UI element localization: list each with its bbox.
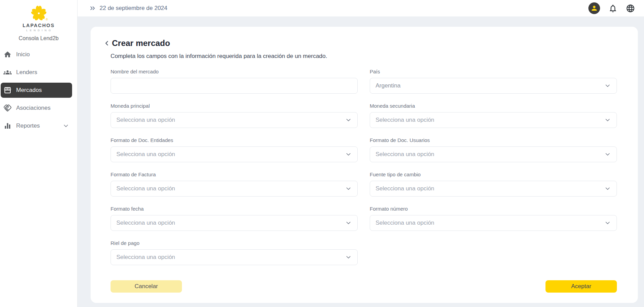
handshake-icon <box>3 104 12 112</box>
select-value: Selecciona una opción <box>116 185 175 192</box>
card-header: Crear mercado <box>103 38 617 48</box>
field-label: Riel de pago <box>111 240 358 246</box>
language-globe-icon[interactable] <box>626 4 635 13</box>
lapachos-flower-icon <box>30 4 48 22</box>
form-field-number-format: Formato númeroSelecciona una opción <box>370 206 617 231</box>
topbar: 22 de septiembre de 2024 <box>78 0 644 16</box>
chevron-down-icon <box>604 82 611 89</box>
back-button[interactable] <box>103 39 111 47</box>
form-field-payment-rail: Riel de pagoSelecciona una opción <box>111 240 358 265</box>
market-name-input[interactable] <box>111 78 358 94</box>
country-select[interactable]: Argentina <box>370 78 617 94</box>
current-date: 22 de septiembre de 2024 <box>100 5 168 12</box>
accept-button[interactable]: Aceptar <box>545 280 617 293</box>
form-field-country: PaísArgentina <box>370 69 617 94</box>
market-form: Nombre del mercadoPaísArgentinaMoneda pr… <box>111 69 617 265</box>
user-doc-format-select[interactable]: Selecciona una opción <box>370 146 617 162</box>
chevron-down-icon <box>345 151 352 158</box>
sidebar: ® LAPACHOS LENDING Consola Lend2b Inicio… <box>0 0 78 307</box>
field-label: Fuente tipo de cambio <box>370 172 617 177</box>
sidebar-item-label: Asociaciones <box>16 105 50 111</box>
entity-doc-format-select[interactable]: Selecciona una opción <box>111 146 358 162</box>
select-value: Selecciona una opción <box>376 151 434 158</box>
exchange-rate-source-select[interactable]: Selecciona una opción <box>370 181 617 197</box>
chevron-down-icon <box>345 185 352 192</box>
storefront-icon <box>3 86 12 94</box>
topbar-actions <box>588 2 635 14</box>
select-value: Selecciona una opción <box>116 151 175 158</box>
primary-currency-select[interactable]: Selecciona una opción <box>111 112 358 128</box>
form-field-exchange-rate-source: Fuente tipo de cambioSelecciona una opci… <box>370 172 617 197</box>
sidebar-item-inicio[interactable]: Inicio <box>1 47 72 62</box>
number-format-select[interactable]: Selecciona una opción <box>370 215 617 231</box>
brand-tagline: LENDING <box>0 29 77 32</box>
field-label: País <box>370 69 617 74</box>
sidebar-item-label: Lenders <box>16 69 37 76</box>
chevron-down-icon <box>345 117 352 123</box>
registered-trademark: ® <box>46 18 48 21</box>
page-title: Crear mercado <box>112 38 170 48</box>
double-chevron-right-icon[interactable] <box>89 4 96 12</box>
form-field-entity-doc-format: Formato de Doc. EntidadesSelecciona una … <box>111 137 358 162</box>
field-label: Formato de Doc. Usuarios <box>370 137 617 143</box>
main-area: 22 de septiembre de 2024 Cr <box>78 0 644 307</box>
select-value: Selecciona una opción <box>116 220 175 226</box>
form-field-invoice-format: Formato de FacturaSelecciona una opción <box>111 172 358 197</box>
field-label: Formato fecha <box>111 206 358 212</box>
chevron-down-icon <box>604 220 611 226</box>
content-area: Crear mercado Completa los campos con la… <box>78 16 644 307</box>
logo: ® LAPACHOS LENDING Consola Lend2b <box>0 0 77 42</box>
chevron-down-icon <box>604 185 611 192</box>
form-actions: Cancelar Aceptar <box>111 280 617 293</box>
brand-name: LAPACHOS <box>0 23 77 28</box>
sidebar-item-asociaciones[interactable]: Asociaciones <box>1 101 72 116</box>
console-label: Consola Lend2b <box>0 35 77 42</box>
user-avatar-button[interactable] <box>588 2 600 14</box>
select-value: Selecciona una opción <box>376 220 434 226</box>
date-format-select[interactable]: Selecciona una opción <box>111 215 358 231</box>
field-label: Moneda secundaria <box>370 103 617 109</box>
field-label: Formato de Doc. Entidades <box>111 137 358 143</box>
sidebar-item-mercados[interactable]: Mercados <box>1 83 72 98</box>
sidebar-item-lenders[interactable]: Lenders <box>1 65 72 80</box>
sidebar-item-label: Reportes <box>16 122 40 129</box>
chevron-down-icon <box>345 254 352 261</box>
page-subtitle: Completa los campos con la información r… <box>111 53 617 60</box>
select-value: Argentina <box>376 82 401 89</box>
chevron-down-icon <box>604 151 611 158</box>
payment-rail-select[interactable]: Selecciona una opción <box>111 249 358 265</box>
sidebar-item-label: Mercados <box>16 87 42 94</box>
home-icon <box>3 50 12 59</box>
secondary-currency-select[interactable]: Selecciona una opción <box>370 112 617 128</box>
select-value: Selecciona una opción <box>376 185 434 192</box>
chevron-down-icon <box>345 220 352 226</box>
notifications-bell-icon[interactable] <box>608 4 618 13</box>
users-icon <box>3 68 12 76</box>
field-label: Moneda principal <box>111 103 358 109</box>
field-label: Formato de Factura <box>111 172 358 177</box>
app-root: ® LAPACHOS LENDING Consola Lend2b Inicio… <box>0 0 644 307</box>
field-label: Formato número <box>370 206 617 212</box>
person-icon <box>590 4 598 12</box>
form-field-date-format: Formato fechaSelecciona una opción <box>111 206 358 231</box>
chevron-down-icon <box>604 117 611 123</box>
chevron-down-icon <box>62 122 69 129</box>
create-market-card: Crear mercado Completa los campos con la… <box>91 27 638 303</box>
chevron-left-icon <box>103 39 111 47</box>
cancel-button[interactable]: Cancelar <box>111 280 182 293</box>
sidebar-item-label: Inicio <box>16 51 30 58</box>
form-field-market-name: Nombre del mercado <box>111 69 358 94</box>
field-label: Nombre del mercado <box>111 69 358 74</box>
select-value: Selecciona una opción <box>116 117 175 123</box>
sidebar-item-reportes[interactable]: Reportes <box>1 118 72 133</box>
bar-chart-icon <box>3 122 12 130</box>
select-value: Selecciona una opción <box>116 254 175 261</box>
sidebar-nav: InicioLendersMercadosAsociacionesReporte… <box>0 47 77 133</box>
form-field-primary-currency: Moneda principalSelecciona una opción <box>111 103 358 128</box>
form-field-secondary-currency: Moneda secundariaSelecciona una opción <box>370 103 617 128</box>
invoice-format-select[interactable]: Selecciona una opción <box>111 181 358 197</box>
form-field-user-doc-format: Formato de Doc. UsuariosSelecciona una o… <box>370 137 617 162</box>
select-value: Selecciona una opción <box>376 117 434 123</box>
